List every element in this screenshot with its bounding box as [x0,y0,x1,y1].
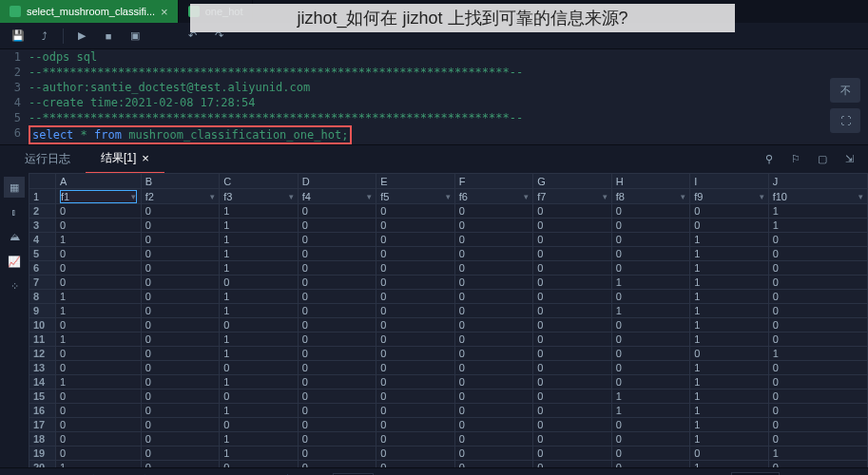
row-number[interactable]: 8 [29,290,56,304]
row-number[interactable]: 14 [29,375,56,390]
cell[interactable]: 0 [768,461,867,468]
cell[interactable]: 0 [611,218,690,233]
cell[interactable]: 0 [690,446,769,461]
save-button[interactable]: 💾 [6,26,30,47]
cell[interactable]: 0 [376,247,455,261]
cell[interactable]: 0 [533,390,612,404]
cell[interactable]: 1 [690,304,769,318]
cell[interactable]: 0 [533,304,612,318]
chevron-down-icon[interactable]: ▾ [681,192,685,201]
cell[interactable]: 0 [141,461,220,468]
cell[interactable]: 0 [611,332,690,347]
chevron-down-icon[interactable]: ▾ [131,192,136,201]
cell[interactable]: 0 [768,390,867,404]
cell[interactable]: 1 [611,276,690,290]
cell[interactable]: 0 [376,290,455,304]
cell[interactable]: 0 [298,375,376,390]
cell[interactable]: 0 [141,332,220,347]
column-letter[interactable]: B [141,174,220,189]
cell[interactable]: 0 [454,446,533,461]
cell[interactable]: 1 [220,404,299,418]
cell[interactable]: 0 [376,304,455,318]
cell[interactable]: 0 [141,361,220,375]
cell[interactable]: 0 [298,332,376,347]
cell[interactable]: 0 [768,318,867,332]
column-header[interactable]: f2▾ [141,189,220,204]
table-row[interactable]: 100000000010 [29,318,868,332]
data-grid[interactable]: ABCDEFGHIJ1f1▾f2▾f3▾f4▾f5▾f6▾f7▾f8▾f9▾f1… [29,173,868,467]
chevron-down-icon[interactable]: ▾ [524,192,529,201]
cell[interactable]: 0 [220,461,299,468]
cell[interactable]: 0 [611,233,690,247]
cell[interactable]: 0 [56,318,142,332]
column-letter[interactable]: C [220,174,299,189]
cell[interactable]: 0 [533,446,612,461]
column-letter[interactable]: E [376,174,455,189]
cell[interactable]: 1 [690,290,769,304]
cell[interactable]: 0 [611,375,690,390]
cell[interactable]: 0 [533,375,612,390]
cell[interactable]: 0 [533,418,612,432]
cell[interactable]: 1 [56,375,142,390]
cell[interactable]: 0 [298,304,376,318]
popup-icon[interactable]: ▢ [813,150,832,169]
column-letter[interactable]: J [768,174,867,189]
cell[interactable]: 0 [141,233,220,247]
cell[interactable]: 0 [611,461,690,468]
cell[interactable]: 1 [690,318,769,332]
cell[interactable]: 0 [454,304,533,318]
cell[interactable]: 0 [141,204,220,218]
cell[interactable]: 0 [56,404,142,418]
cell[interactable]: 0 [533,332,612,347]
row-number[interactable]: 20 [29,461,56,468]
cell[interactable]: 0 [298,390,376,404]
file-tab-1[interactable]: select_mushroom_classifi... × [0,0,179,23]
cell[interactable]: 1 [768,204,867,218]
cell[interactable]: 0 [376,218,455,233]
cell[interactable]: 0 [768,276,867,290]
cell[interactable]: 1 [768,446,867,461]
cell[interactable]: 0 [141,318,220,332]
cell[interactable]: 0 [298,261,376,276]
table-row[interactable]: 81010000010 [29,290,868,304]
cell[interactable]: 0 [611,204,690,218]
table-row[interactable]: 20010000001 [29,204,868,218]
table-row[interactable]: 160010000110 [29,404,868,418]
cell[interactable]: 0 [454,218,533,233]
cell[interactable]: 0 [690,218,769,233]
cell[interactable]: 0 [533,432,612,446]
cell[interactable]: 0 [56,204,142,218]
cell[interactable]: 1 [220,290,299,304]
cell[interactable]: 0 [298,361,376,375]
cell[interactable]: 0 [768,304,867,318]
chevron-down-icon[interactable]: ▾ [289,192,294,201]
table-row[interactable]: 41010000010 [29,233,868,247]
row-number[interactable]: 15 [29,390,56,404]
cell[interactable]: 0 [533,247,612,261]
cell[interactable]: 1 [56,332,142,347]
column-header[interactable]: f3▾ [220,189,299,204]
column-header[interactable]: f8▾ [611,189,690,204]
run-button[interactable]: ▶ [69,26,94,47]
row-number[interactable]: 12 [29,347,56,361]
cell[interactable]: 0 [611,261,690,276]
table-row[interactable]: 70000000110 [29,276,868,290]
cell[interactable]: 0 [56,446,142,461]
cell[interactable]: 0 [454,233,533,247]
chevron-down-icon[interactable]: ▾ [446,192,451,201]
column-header[interactable]: f5▾ [376,189,455,204]
table-row[interactable]: 130000000010 [29,361,868,375]
area-chart-button[interactable]: ⛰ [4,226,25,247]
row-number[interactable]: 17 [29,418,56,432]
cell[interactable]: 0 [376,332,455,347]
cell[interactable]: 1 [690,432,769,446]
cell[interactable]: 0 [56,347,142,361]
table-row[interactable]: 91010000110 [29,304,868,318]
result-tab[interactable]: 结果[1] × [86,145,164,174]
cell[interactable]: 0 [141,276,220,290]
cell[interactable]: 0 [611,247,690,261]
expand-icon[interactable]: ⇲ [839,150,858,169]
cell[interactable]: 1 [220,347,299,361]
cell[interactable]: 1 [690,418,769,432]
cell[interactable]: 0 [768,418,867,432]
